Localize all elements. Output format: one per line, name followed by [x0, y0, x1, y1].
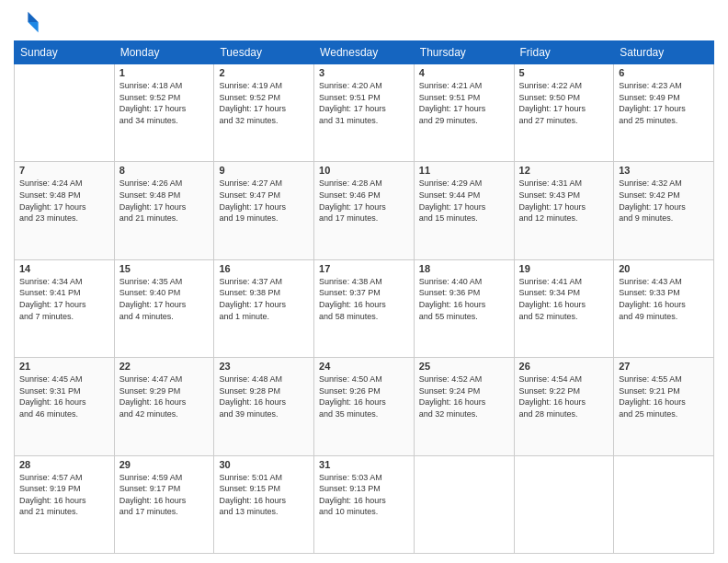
calendar-cell: 1Sunrise: 4:18 AM Sunset: 9:52 PM Daylig… [114, 64, 214, 162]
day-info: Sunrise: 4:23 AM Sunset: 9:49 PM Dayligh… [619, 80, 709, 126]
day-info: Sunrise: 4:57 AM Sunset: 9:19 PM Dayligh… [19, 472, 109, 518]
calendar-cell: 25Sunrise: 4:52 AM Sunset: 9:24 PM Dayli… [414, 358, 514, 455]
day-info: Sunrise: 4:43 AM Sunset: 9:33 PM Dayligh… [619, 276, 709, 322]
day-info: Sunrise: 5:03 AM Sunset: 9:13 PM Dayligh… [319, 472, 409, 518]
day-number: 17 [319, 263, 409, 274]
day-number: 6 [619, 67, 709, 78]
calendar-cell: 2Sunrise: 4:19 AM Sunset: 9:52 PM Daylig… [214, 64, 314, 162]
calendar-cell [414, 455, 514, 553]
day-number: 15 [119, 263, 210, 274]
calendar-header-friday: Friday [514, 41, 614, 64]
calendar-header-sunday: Sunday [15, 41, 115, 64]
calendar-cell [514, 455, 614, 553]
calendar-cell: 24Sunrise: 4:50 AM Sunset: 9:26 PM Dayli… [314, 358, 415, 455]
calendar-cell: 31Sunrise: 5:03 AM Sunset: 9:13 PM Dayli… [314, 455, 415, 553]
calendar-header-saturday: Saturday [614, 41, 714, 64]
calendar-cell: 7Sunrise: 4:24 AM Sunset: 9:48 PM Daylig… [15, 162, 115, 259]
day-info: Sunrise: 4:20 AM Sunset: 9:51 PM Dayligh… [319, 80, 409, 126]
calendar-cell: 3Sunrise: 4:20 AM Sunset: 9:51 PM Daylig… [314, 64, 415, 162]
logo [14, 9, 43, 35]
calendar-cell: 10Sunrise: 4:28 AM Sunset: 9:46 PM Dayli… [314, 162, 415, 259]
calendar-cell: 22Sunrise: 4:47 AM Sunset: 9:29 PM Dayli… [114, 358, 214, 455]
calendar-header-row: SundayMondayTuesdayWednesdayThursdayFrid… [15, 41, 714, 64]
day-info: Sunrise: 4:50 AM Sunset: 9:26 PM Dayligh… [319, 373, 409, 419]
svg-marker-1 [28, 22, 38, 32]
calendar-cell: 29Sunrise: 4:59 AM Sunset: 9:17 PM Dayli… [114, 455, 214, 553]
day-number: 5 [519, 67, 609, 78]
day-number: 11 [419, 165, 509, 176]
day-number: 31 [319, 459, 409, 470]
day-number: 16 [219, 263, 309, 274]
day-number: 28 [19, 459, 109, 470]
day-number: 29 [119, 459, 210, 470]
day-number: 21 [19, 361, 109, 372]
day-info: Sunrise: 4:52 AM Sunset: 9:24 PM Dayligh… [419, 373, 509, 419]
day-number: 27 [619, 361, 709, 372]
day-info: Sunrise: 4:59 AM Sunset: 9:17 PM Dayligh… [119, 472, 210, 518]
day-info: Sunrise: 4:27 AM Sunset: 9:47 PM Dayligh… [219, 178, 309, 224]
day-info: Sunrise: 4:40 AM Sunset: 9:36 PM Dayligh… [419, 276, 509, 322]
calendar-cell: 19Sunrise: 4:41 AM Sunset: 9:34 PM Dayli… [514, 259, 614, 357]
day-number: 7 [19, 165, 109, 176]
calendar-cell: 21Sunrise: 4:45 AM Sunset: 9:31 PM Dayli… [15, 358, 115, 455]
svg-marker-2 [17, 12, 28, 22]
day-number: 8 [119, 165, 210, 176]
day-number: 9 [219, 165, 309, 176]
day-info: Sunrise: 4:47 AM Sunset: 9:29 PM Dayligh… [119, 373, 210, 419]
calendar-cell: 17Sunrise: 4:38 AM Sunset: 9:37 PM Dayli… [314, 259, 415, 357]
calendar-cell: 5Sunrise: 4:22 AM Sunset: 9:50 PM Daylig… [514, 64, 614, 162]
calendar-header-tuesday: Tuesday [214, 41, 314, 64]
day-info: Sunrise: 4:18 AM Sunset: 9:52 PM Dayligh… [119, 80, 210, 126]
calendar-cell: 16Sunrise: 4:37 AM Sunset: 9:38 PM Dayli… [214, 259, 314, 357]
day-info: Sunrise: 4:28 AM Sunset: 9:46 PM Dayligh… [319, 178, 409, 224]
day-number: 22 [119, 361, 210, 372]
calendar-cell: 8Sunrise: 4:26 AM Sunset: 9:48 PM Daylig… [114, 162, 214, 259]
calendar-header-monday: Monday [114, 41, 214, 64]
calendar-table: SundayMondayTuesdayWednesdayThursdayFrid… [14, 40, 714, 554]
day-number: 1 [119, 67, 210, 78]
day-info: Sunrise: 4:31 AM Sunset: 9:43 PM Dayligh… [519, 178, 609, 224]
calendar-cell: 13Sunrise: 4:32 AM Sunset: 9:42 PM Dayli… [614, 162, 714, 259]
calendar-week-3: 14Sunrise: 4:34 AM Sunset: 9:41 PM Dayli… [15, 259, 714, 357]
calendar-cell: 4Sunrise: 4:21 AM Sunset: 9:51 PM Daylig… [414, 64, 514, 162]
day-info: Sunrise: 4:55 AM Sunset: 9:21 PM Dayligh… [619, 373, 709, 419]
day-number: 4 [419, 67, 509, 78]
day-number: 30 [219, 459, 309, 470]
day-number: 2 [219, 67, 309, 78]
page: SundayMondayTuesdayWednesdayThursdayFrid… [0, 0, 728, 563]
calendar-cell: 27Sunrise: 4:55 AM Sunset: 9:21 PM Dayli… [614, 358, 714, 455]
day-info: Sunrise: 4:22 AM Sunset: 9:50 PM Dayligh… [519, 80, 609, 126]
day-number: 10 [319, 165, 409, 176]
calendar-cell: 20Sunrise: 4:43 AM Sunset: 9:33 PM Dayli… [614, 259, 714, 357]
day-info: Sunrise: 4:35 AM Sunset: 9:40 PM Dayligh… [119, 276, 210, 322]
svg-marker-0 [28, 12, 38, 22]
day-number: 18 [419, 263, 509, 274]
day-number: 25 [419, 361, 509, 372]
day-info: Sunrise: 4:48 AM Sunset: 9:28 PM Dayligh… [219, 373, 309, 419]
day-info: Sunrise: 4:24 AM Sunset: 9:48 PM Dayligh… [19, 178, 109, 224]
day-info: Sunrise: 4:37 AM Sunset: 9:38 PM Dayligh… [219, 276, 309, 322]
calendar-cell: 18Sunrise: 4:40 AM Sunset: 9:36 PM Dayli… [414, 259, 514, 357]
calendar-cell: 15Sunrise: 4:35 AM Sunset: 9:40 PM Dayli… [114, 259, 214, 357]
day-number: 13 [619, 165, 709, 176]
calendar-cell: 28Sunrise: 4:57 AM Sunset: 9:19 PM Dayli… [15, 455, 115, 553]
day-number: 24 [319, 361, 409, 372]
calendar-cell: 6Sunrise: 4:23 AM Sunset: 9:49 PM Daylig… [614, 64, 714, 162]
calendar-cell: 12Sunrise: 4:31 AM Sunset: 9:43 PM Dayli… [514, 162, 614, 259]
calendar-week-4: 21Sunrise: 4:45 AM Sunset: 9:31 PM Dayli… [15, 358, 714, 455]
day-number: 20 [619, 263, 709, 274]
calendar-cell: 23Sunrise: 4:48 AM Sunset: 9:28 PM Dayli… [214, 358, 314, 455]
calendar-week-1: 1Sunrise: 4:18 AM Sunset: 9:52 PM Daylig… [15, 64, 714, 162]
calendar-cell: 11Sunrise: 4:29 AM Sunset: 9:44 PM Dayli… [414, 162, 514, 259]
calendar-cell: 26Sunrise: 4:54 AM Sunset: 9:22 PM Dayli… [514, 358, 614, 455]
calendar-header-wednesday: Wednesday [314, 41, 415, 64]
day-info: Sunrise: 4:32 AM Sunset: 9:42 PM Dayligh… [619, 178, 709, 224]
logo-icon [14, 9, 40, 35]
day-number: 3 [319, 67, 409, 78]
day-number: 26 [519, 361, 609, 372]
day-number: 19 [519, 263, 609, 274]
calendar-header-thursday: Thursday [414, 41, 514, 64]
day-info: Sunrise: 4:26 AM Sunset: 9:48 PM Dayligh… [119, 178, 210, 224]
calendar-cell: 14Sunrise: 4:34 AM Sunset: 9:41 PM Dayli… [15, 259, 115, 357]
day-info: Sunrise: 4:45 AM Sunset: 9:31 PM Dayligh… [19, 373, 109, 419]
